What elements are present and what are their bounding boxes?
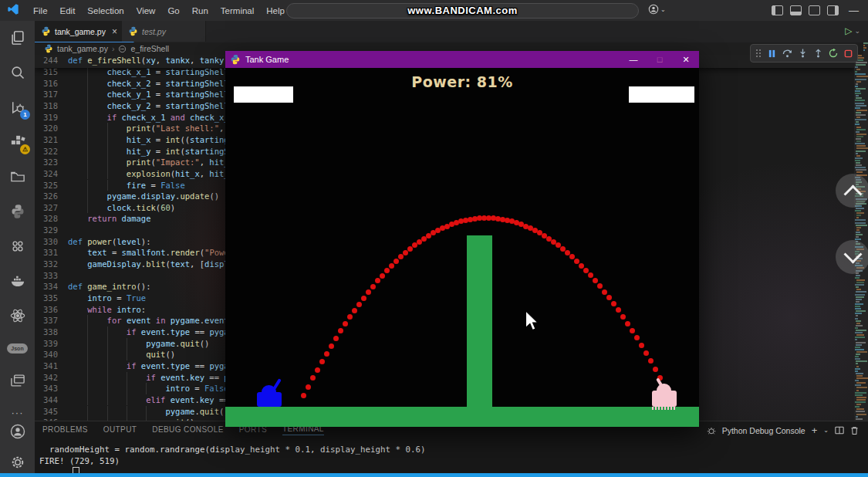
extensions-warning-badge: ⚠ (20, 144, 30, 154)
menu-edit[interactable]: Edit (54, 4, 82, 18)
vscode-titlebar: FileEditSelectionViewGoRunTerminalHelp ←… (0, 0, 868, 21)
run-dropdown-icon: ⌄ (854, 27, 860, 35)
toggle-sidebar-icon[interactable] (772, 5, 783, 15)
json-extension-icon[interactable]: Json (0, 336, 35, 360)
debug-badge: 1 (20, 110, 30, 120)
tank-game-window: Tank Game — □ ✕ Power: 81% (225, 51, 699, 427)
debug-pause-icon[interactable] (768, 49, 776, 58)
debug-stop-icon[interactable] (844, 49, 853, 58)
account-profile-icon[interactable] (0, 419, 35, 444)
breadcrumb-symbol[interactable]: e_fireShell (130, 44, 169, 53)
python-file-icon (128, 26, 138, 36)
line-number: 317 (35, 89, 58, 100)
breadcrumb-file[interactable]: tank_game.py (57, 44, 108, 53)
minimize-window-icon[interactable]: — (849, 5, 859, 16)
react-extension-icon[interactable] (0, 303, 35, 328)
menu-file[interactable]: File (27, 4, 54, 18)
line-number: 320 (35, 123, 58, 134)
game-close-button[interactable]: ✕ (673, 51, 699, 68)
run-python-file-button[interactable]: ▷ ⌄ (845, 25, 860, 36)
game-window-title: Tank Game (245, 55, 289, 64)
line-number: 328 (35, 213, 58, 225)
chevron-down-icon (843, 245, 862, 263)
terminal-actions: Python Debug Console + ⌄ (707, 425, 859, 436)
debug-step-out-icon[interactable] (814, 49, 822, 58)
power-readout: Power: 81% (225, 73, 699, 90)
line-number: 340 (35, 349, 58, 360)
game-minimize-button[interactable]: — (620, 51, 647, 68)
player-tank (257, 392, 282, 407)
menu-selection[interactable]: Selection (81, 4, 130, 18)
minimap[interactable] (854, 42, 868, 421)
new-terminal-icon[interactable]: + (812, 425, 818, 436)
screen: FileEditSelectionViewGoRunTerminalHelp ←… (0, 0, 868, 477)
panel-tab-output[interactable]: OUTPUT (103, 425, 137, 435)
debug-toolbar-grip[interactable] (755, 49, 762, 58)
menu-view[interactable]: View (130, 4, 162, 18)
line-number: 315 (35, 66, 58, 78)
menu-terminal[interactable]: Terminal (214, 4, 260, 18)
barrier-wall (467, 235, 492, 407)
extension-grid-icon[interactable] (0, 234, 35, 259)
split-terminal-icon[interactable] (835, 426, 844, 435)
account-icon (648, 4, 659, 15)
settings-gear-icon[interactable] (0, 450, 35, 475)
bandicam-watermark: www.BANDICAM.com (287, 4, 638, 18)
enemy-tank-treads (652, 407, 677, 410)
scroll-down-overlay-button[interactable] (836, 240, 868, 274)
kill-terminal-trash-icon[interactable] (850, 426, 859, 435)
terminal-line: FIRE! (729, 519) (39, 456, 120, 466)
health-bar-player (234, 86, 293, 103)
run-icon: ▷ (845, 25, 852, 36)
game-maximize-button[interactable]: □ (647, 51, 673, 68)
line-number: 342 (35, 372, 58, 384)
terminal-dropdown-icon[interactable]: ⌄ (823, 427, 829, 434)
line-number: 323 (35, 157, 58, 168)
line-number: 327 (35, 202, 58, 214)
tank-game-titlebar[interactable]: Tank Game — □ ✕ (225, 51, 699, 69)
customize-layout-icon[interactable] (827, 5, 839, 15)
docker-icon[interactable] (0, 269, 35, 293)
terminal-line: randomHeight = random.randrange(display_… (39, 445, 426, 455)
tab-test-py[interactable]: test.py (122, 21, 206, 42)
line-number: 316 (35, 78, 58, 90)
enemy-tank (652, 391, 677, 407)
python-extension-icon[interactable] (0, 199, 35, 224)
line-number: 318 (35, 100, 58, 112)
status-bar[interactable] (0, 473, 868, 477)
explorer-icon[interactable] (0, 25, 35, 50)
mouse-cursor (525, 311, 539, 332)
run-debug-icon[interactable]: 1 (0, 95, 35, 120)
line-number: 326 (35, 191, 58, 202)
line-number: 330 (35, 236, 58, 248)
layout-controls: — (772, 5, 859, 16)
close-tab-icon[interactable]: × (112, 26, 117, 37)
line-number: 336 (35, 304, 58, 316)
bottom-panel: PROBLEMSOUTPUTDEBUG CONSOLEPORTSTERMINAL… (35, 421, 868, 474)
account-menu[interactable]: ⌄ (648, 4, 666, 15)
menu-run[interactable]: Run (186, 4, 214, 18)
panel-tab-problems[interactable]: PROBLEMS (42, 425, 88, 435)
command-center[interactable]: www.BANDICAM.com (286, 3, 639, 19)
line-number: 319 (35, 112, 58, 123)
toggle-panel-icon[interactable] (790, 5, 802, 15)
toggle-secondary-sidebar-icon[interactable] (809, 5, 820, 15)
debug-restart-icon[interactable] (829, 49, 838, 58)
debug-step-over-icon[interactable] (782, 49, 792, 58)
windows-stack-icon[interactable] (0, 368, 35, 393)
line-number: 339 (35, 338, 58, 350)
menu-go[interactable]: Go (161, 4, 185, 18)
line-number: 322 (35, 146, 58, 157)
scroll-up-overlay-button[interactable] (836, 174, 868, 208)
panel-tab-debug-console[interactable]: DEBUG CONSOLE (152, 425, 223, 435)
tank-game-canvas[interactable]: Power: 81% (225, 68, 699, 427)
extensions-icon[interactable]: ⚠ (0, 130, 35, 154)
search-icon[interactable] (0, 60, 35, 85)
remote-explorer-icon[interactable] (0, 164, 35, 189)
debug-step-into-icon[interactable] (799, 49, 807, 58)
line-number: 337 (35, 315, 58, 326)
tab-tank-game-py[interactable]: tank_game.py × (35, 21, 134, 42)
activity-bar: 1 ⚠ Json ··· (0, 21, 35, 477)
line-number: 335 (35, 293, 58, 304)
console-selector[interactable]: Python Debug Console (722, 426, 806, 435)
